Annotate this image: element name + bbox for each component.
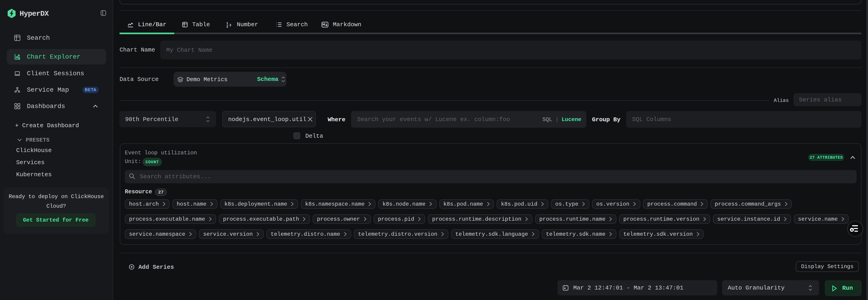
svg-text:3: 3	[229, 24, 231, 27]
svg-text:2: 2	[226, 25, 228, 28]
